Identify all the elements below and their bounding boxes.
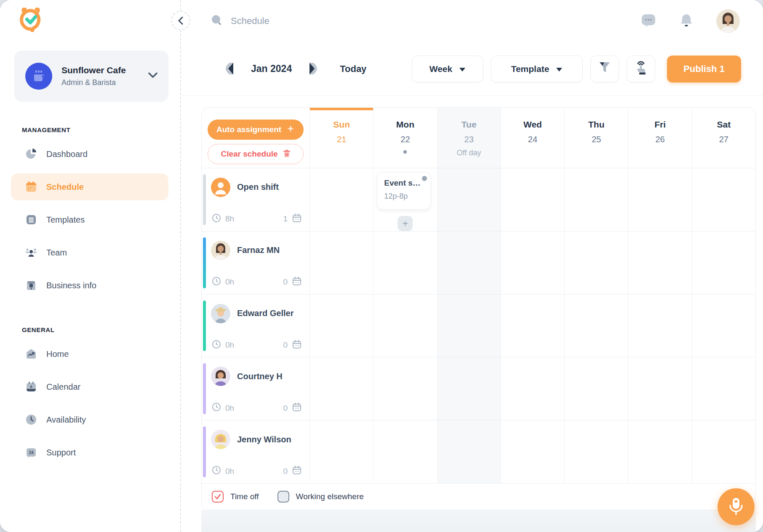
period-label: Jan 2024 [251, 63, 292, 74]
list-icon [25, 214, 37, 226]
row-shift-count: 0 [283, 277, 288, 287]
event-dot [403, 150, 407, 154]
sidebar-item-availability[interactable]: Availability [0, 403, 180, 436]
sidebar-item-calendar[interactable]: 8 Calendar [0, 370, 180, 403]
next-period-button[interactable] [307, 62, 320, 76]
shift-cell-wed[interactable] [501, 231, 565, 294]
voice-assistant-button[interactable] [718, 488, 755, 525]
shift-cell-mon[interactable]: Event s… 12p-8p + [373, 168, 437, 231]
shift-cell-wed[interactable] [501, 168, 565, 231]
template-select[interactable]: Template [491, 56, 583, 82]
calendar-8-icon: 8 [25, 381, 37, 393]
shift-cell-tue[interactable] [438, 357, 501, 420]
time-off-checkbox-icon [212, 491, 224, 503]
sidebar-item-templates[interactable]: Templates [0, 203, 180, 236]
row-color-bar [203, 301, 206, 351]
shift-cell-sun[interactable] [310, 168, 373, 231]
interaction-mode-button[interactable] [627, 56, 655, 82]
shift-cell-sat[interactable] [692, 168, 755, 231]
chat-bubble-icon [641, 13, 656, 29]
row-name: Edward Geller [237, 309, 294, 318]
svg-text:24: 24 [29, 450, 34, 455]
day-header-mon[interactable]: Mon 22 [373, 108, 437, 168]
shift-cell-sun[interactable] [310, 357, 373, 420]
shift-cell-sun[interactable] [310, 231, 373, 294]
shift-cell-sat[interactable] [692, 357, 755, 420]
view-select[interactable]: Week [412, 56, 483, 82]
sidebar-item-home[interactable]: Home [0, 338, 180, 370]
day-header-sun[interactable]: Sun 21 [310, 108, 373, 168]
sidebar-collapse-button[interactable] [171, 11, 190, 30]
shift-cell-sat[interactable] [692, 231, 755, 294]
publish-button[interactable]: Publish 1 [667, 56, 741, 82]
clock-small-icon [212, 277, 221, 288]
member-cell: Courtney H 0h 0 [202, 357, 310, 420]
shift-cell-fri[interactable] [628, 295, 692, 357]
shift-cell-mon[interactable] [373, 420, 437, 483]
shift-cell-thu[interactable] [565, 420, 628, 483]
search-icon[interactable] [211, 14, 223, 28]
event-card[interactable]: Event s… 12p-8p [377, 172, 431, 210]
auto-assignment-button[interactable]: Auto assignment [208, 120, 304, 140]
today-button[interactable]: Today [340, 64, 366, 74]
calendar-small-icon [292, 465, 302, 477]
shift-cell-tue[interactable] [438, 295, 501, 357]
add-shift-button[interactable]: + [398, 216, 413, 231]
calendar-icon [25, 181, 37, 193]
previous-period-button[interactable] [223, 62, 236, 76]
legend-working-elsewhere: Working elsewhere [277, 491, 364, 503]
shift-cell-sun[interactable] [310, 295, 373, 357]
sidebar-item-business-info[interactable]: Business info [0, 269, 180, 302]
day-header-row: Auto assignment Clear schedule [202, 108, 755, 168]
caret-down-icon [556, 64, 563, 74]
shift-cell-mon[interactable] [373, 357, 437, 420]
shift-cell-fri[interactable] [628, 231, 692, 294]
row-name: Open shift [237, 182, 279, 192]
shift-cell-tue[interactable] [438, 231, 501, 294]
notifications-button[interactable] [680, 13, 693, 29]
row-shift-count: 0 [283, 404, 288, 413]
user-avatar[interactable] [717, 10, 739, 32]
sidebar-item-label: Support [46, 448, 76, 458]
sidebar-item-schedule[interactable]: Schedule [0, 170, 180, 203]
filter-button[interactable] [590, 56, 619, 82]
messages-button[interactable] [641, 13, 656, 29]
shift-cell-thu[interactable] [565, 168, 628, 231]
shift-cell-sat[interactable] [692, 420, 755, 483]
shift-cell-wed[interactable] [501, 357, 565, 420]
sidebar-section-management: MANAGEMENT [22, 126, 180, 133]
day-header-fri[interactable]: Fri 26 [628, 108, 692, 168]
shift-cell-wed[interactable] [501, 295, 565, 357]
shift-cell-thu[interactable] [565, 295, 628, 357]
sidebar-item-label: Team [46, 248, 67, 258]
page-title: Schedule [231, 16, 269, 27]
shift-cell-fri[interactable] [628, 357, 692, 420]
clear-schedule-button[interactable]: Clear schedule [208, 144, 304, 164]
shift-cell-mon[interactable] [373, 231, 437, 294]
sidebar-item-dashboard[interactable]: Dashboard [0, 138, 180, 170]
shift-cell-fri[interactable] [628, 168, 692, 231]
shift-cell-wed[interactable] [501, 420, 565, 483]
topbar: Schedule [181, 0, 763, 42]
sidebar-item-label: Availability [46, 415, 86, 425]
day-header-thu[interactable]: Thu 25 [565, 108, 628, 168]
shift-cell-sun[interactable] [310, 420, 373, 483]
shift-cell-tue[interactable] [438, 168, 501, 231]
schedule-toolbar: Jan 2024 Today Week Template [181, 42, 763, 96]
shift-cell-thu[interactable] [565, 231, 628, 294]
workspace-switcher[interactable]: Sunflower Cafe Admin & Barista [14, 51, 168, 102]
row-color-bar [203, 363, 206, 414]
clock-small-icon [212, 340, 221, 351]
day-header-sat[interactable]: Sat 27 [692, 108, 755, 168]
legend-time-off: Time off [212, 491, 259, 503]
day-header-wed[interactable]: Wed 24 [501, 108, 565, 168]
shift-cell-mon[interactable] [373, 295, 437, 357]
shift-cell-fri[interactable] [628, 420, 692, 483]
shift-cell-tue[interactable] [438, 420, 501, 483]
shift-cell-thu[interactable] [565, 357, 628, 420]
legend-row: Time off Working elsewhere [202, 484, 755, 510]
shift-cell-sat[interactable] [692, 295, 755, 357]
sidebar-item-team[interactable]: Team [0, 236, 180, 269]
sidebar-item-support[interactable]: 24 Support [0, 436, 180, 469]
day-header-tue[interactable]: Tue 23 Off day [438, 108, 501, 168]
